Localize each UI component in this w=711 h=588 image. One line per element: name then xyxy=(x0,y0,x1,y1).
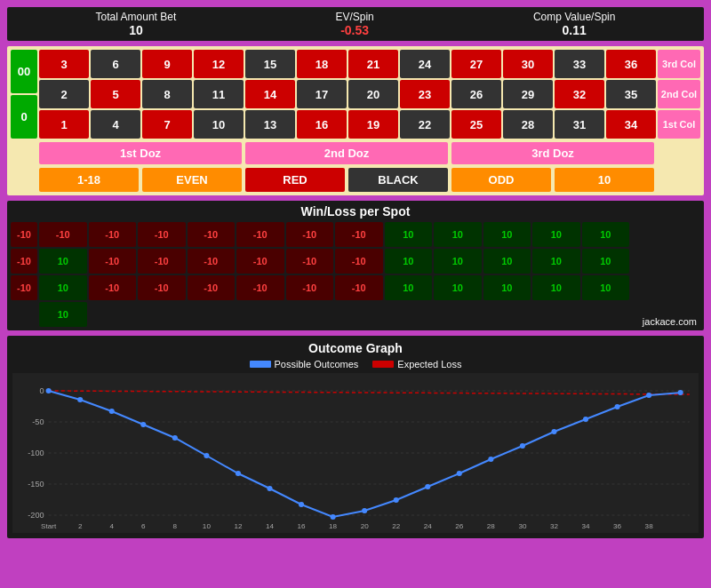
svg-point-33 xyxy=(77,397,83,402)
bet-black[interactable]: BLACK xyxy=(348,168,448,192)
roulette-grid: 00 0 36912151821242730333625811141720232… xyxy=(11,50,700,139)
wl-cell: 10 xyxy=(582,275,630,300)
number-cell-23[interactable]: 23 xyxy=(400,80,450,108)
wl-cell: -10 xyxy=(39,222,87,247)
graph-area: 0 -50 -100 -150 -200 Start 2 4 6 8 10 12… xyxy=(12,373,699,533)
number-cell-10[interactable]: 10 xyxy=(194,110,244,139)
svg-text:6: 6 xyxy=(141,522,146,530)
number-cell-36[interactable]: 36 xyxy=(606,50,656,78)
legend-possible: Possible Outcomes xyxy=(250,359,359,369)
legend-blue-icon xyxy=(250,361,271,368)
dozens-row: 1st Doz 2nd Doz 3rd Doz xyxy=(39,142,654,164)
svg-point-40 xyxy=(299,502,304,507)
number-cell-13[interactable]: 13 xyxy=(245,110,295,139)
number-cell-6[interactable]: 6 xyxy=(91,50,140,78)
total-amount-label: Total Amount Bet xyxy=(96,11,177,23)
number-cell-25[interactable]: 25 xyxy=(451,110,501,139)
svg-point-45 xyxy=(457,471,462,476)
svg-point-39 xyxy=(267,486,272,491)
number-cell-29[interactable]: 29 xyxy=(503,80,553,108)
number-cell-18[interactable]: 18 xyxy=(297,50,347,78)
number-cell-30[interactable]: 30 xyxy=(503,50,553,78)
col-2nd[interactable]: 2nd Col xyxy=(658,80,700,108)
bet-odd[interactable]: ODD xyxy=(451,168,551,192)
graph-title: Outcome Graph xyxy=(12,341,699,355)
number-cell-5[interactable]: 5 xyxy=(91,80,140,108)
number-cell-27[interactable]: 27 xyxy=(451,50,501,78)
wl-cell: -10 xyxy=(89,249,137,274)
doz-1st[interactable]: 1st Doz xyxy=(39,142,242,164)
zeros-column: 00 0 xyxy=(11,50,37,139)
doz-3rd[interactable]: 3rd Doz xyxy=(451,142,654,164)
columns-right: 3rd Col 2nd Col 1st Col xyxy=(658,50,700,139)
wl-cell: -10 xyxy=(138,249,186,274)
col-3rd[interactable]: 3rd Col xyxy=(658,50,700,78)
svg-point-42 xyxy=(362,508,367,513)
graph-svg: 0 -50 -100 -150 -200 Start 2 4 6 8 10 12… xyxy=(12,373,699,533)
wl-left-cell: -10 xyxy=(11,275,37,300)
col-1st[interactable]: 1st Col xyxy=(658,110,700,139)
svg-text:32: 32 xyxy=(550,522,559,530)
wl-cell: -10 xyxy=(236,222,284,247)
legend-possible-label: Possible Outcomes xyxy=(275,359,359,369)
zero-0[interactable]: 0 xyxy=(11,95,37,139)
number-cell-8[interactable]: 8 xyxy=(142,80,192,108)
wl-cell: -10 xyxy=(188,275,236,300)
number-cell-17[interactable]: 17 xyxy=(297,80,347,108)
wl-right: jackace.com xyxy=(629,222,700,327)
number-cell-22[interactable]: 22 xyxy=(400,110,450,139)
wl-left-cell: -10 xyxy=(11,249,37,274)
number-cell-9[interactable]: 9 xyxy=(142,50,192,78)
number-cell-2[interactable]: 2 xyxy=(39,80,89,108)
number-cell-24[interactable]: 24 xyxy=(400,50,450,78)
wl-cell: -10 xyxy=(286,249,334,274)
wl-cell: 10 xyxy=(532,275,580,300)
bet-1-18[interactable]: 1-18 xyxy=(39,168,139,192)
svg-text:2: 2 xyxy=(78,522,83,530)
number-cell-20[interactable]: 20 xyxy=(348,80,398,108)
svg-point-46 xyxy=(488,457,493,462)
comp-value-label: Comp Value/Spin xyxy=(533,11,616,23)
number-cell-32[interactable]: 32 xyxy=(555,80,604,108)
legend-expected-label: Expected Loss xyxy=(397,359,461,369)
number-cell-15[interactable]: 15 xyxy=(245,50,295,78)
wl-cell: 10 xyxy=(39,302,87,327)
svg-text:-100: -100 xyxy=(28,449,44,457)
number-cell-21[interactable]: 21 xyxy=(348,50,398,78)
number-cell-28[interactable]: 28 xyxy=(503,110,553,139)
number-cell-4[interactable]: 4 xyxy=(91,110,140,139)
bet-even[interactable]: EVEN xyxy=(142,168,242,192)
svg-text:16: 16 xyxy=(298,522,307,530)
wl-cell: 10 xyxy=(39,249,87,274)
wl-cell: 10 xyxy=(385,275,433,300)
svg-point-44 xyxy=(425,484,430,489)
svg-text:24: 24 xyxy=(424,522,433,530)
number-cell-11[interactable]: 11 xyxy=(194,80,244,108)
doz-2nd[interactable]: 2nd Doz xyxy=(245,142,448,164)
number-cell-34[interactable]: 34 xyxy=(606,110,656,139)
svg-text:22: 22 xyxy=(392,522,401,530)
wl-cell: 10 xyxy=(483,275,531,300)
number-cell-1[interactable]: 1 xyxy=(39,110,89,139)
svg-text:10: 10 xyxy=(203,522,212,530)
svg-point-43 xyxy=(394,497,399,503)
zero-00[interactable]: 00 xyxy=(11,50,37,93)
svg-point-41 xyxy=(331,514,336,520)
bet-10[interactable]: 10 xyxy=(555,168,654,192)
wl-cell: -10 xyxy=(236,249,284,274)
number-cell-19[interactable]: 19 xyxy=(348,110,398,139)
number-cell-3[interactable]: 3 xyxy=(39,50,89,78)
number-cell-35[interactable]: 35 xyxy=(606,80,656,108)
wl-cell: -10 xyxy=(335,275,383,300)
wl-cell: -10 xyxy=(188,222,236,247)
number-cell-26[interactable]: 26 xyxy=(451,80,501,108)
number-cell-31[interactable]: 31 xyxy=(555,110,604,139)
number-cell-16[interactable]: 16 xyxy=(297,110,347,139)
bet-red[interactable]: RED xyxy=(245,168,345,192)
svg-point-32 xyxy=(46,388,52,393)
number-cell-33[interactable]: 33 xyxy=(555,50,604,78)
svg-point-38 xyxy=(236,471,241,476)
number-cell-12[interactable]: 12 xyxy=(194,50,244,78)
number-cell-7[interactable]: 7 xyxy=(142,110,192,139)
number-cell-14[interactable]: 14 xyxy=(245,80,295,108)
